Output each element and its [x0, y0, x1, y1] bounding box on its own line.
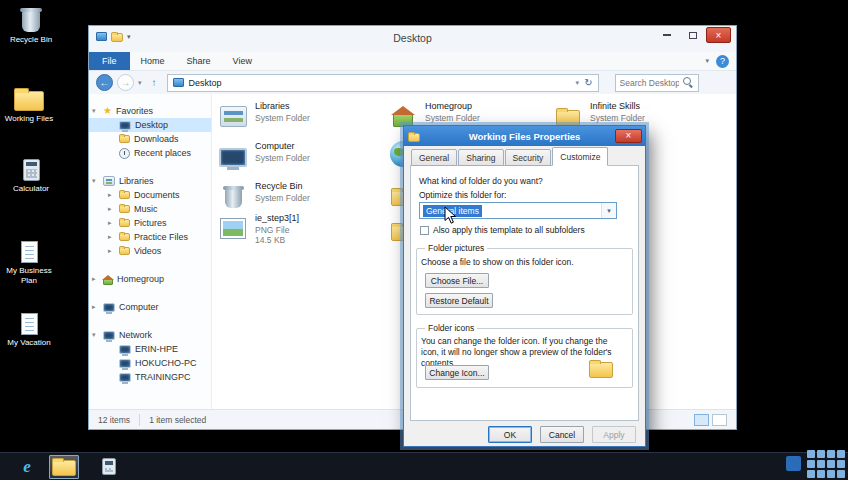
sidebar-item-computer[interactable]: ▸Computer	[89, 300, 211, 314]
refresh-icon[interactable]: ↻	[584, 77, 592, 88]
sidebar-item-network[interactable]: ▾Network	[89, 328, 211, 342]
chevron-right-icon[interactable]: ▸	[92, 275, 96, 283]
desktop-icon-calculator[interactable]: Calculator	[4, 154, 58, 194]
checkbox[interactable]	[420, 226, 429, 235]
chevron-down-icon[interactable]: ▾	[92, 107, 96, 115]
tab-sharing[interactable]: Sharing	[458, 149, 503, 166]
sidebar-item-downloads[interactable]: Downloads	[89, 132, 211, 146]
minimize-button[interactable]	[654, 27, 679, 43]
taskbar-internet-explorer-button[interactable]: e	[12, 455, 42, 479]
chevron-right-icon[interactable]: ▸	[108, 191, 112, 199]
ribbon-collapse-icon[interactable]: ▾	[705, 57, 709, 65]
thumbnail-view-button[interactable]	[712, 414, 727, 426]
restore-default-button[interactable]: Restore Default	[425, 293, 493, 308]
document-icon	[21, 313, 38, 335]
grid-overlay-icon	[807, 450, 845, 478]
maximize-button[interactable]	[680, 27, 705, 43]
star-icon: ★	[103, 106, 112, 116]
details-view-button[interactable]	[694, 414, 709, 426]
navigation-pane: ▾★Favorites Desktop Downloads Recent pla…	[89, 94, 211, 409]
taskbar-file-explorer-button[interactable]	[49, 455, 79, 479]
desktop-icon-my-business-plan[interactable]: My Business Plan	[2, 236, 56, 285]
help-icon[interactable]: ?	[716, 55, 729, 68]
desktop-icon-label: Working Files	[5, 114, 53, 124]
tab-share[interactable]: Share	[176, 52, 222, 70]
network-icon	[103, 331, 115, 340]
search-box[interactable]	[615, 74, 699, 92]
breadcrumb[interactable]: Desktop ▾ ↻	[167, 74, 599, 92]
back-button[interactable]: ←	[96, 74, 113, 91]
sidebar-item-recent-places[interactable]: Recent places	[89, 146, 211, 160]
chevron-right-icon[interactable]: ▸	[108, 219, 112, 227]
folder-icon	[119, 135, 130, 143]
document-icon	[21, 241, 38, 263]
sidebar-item-videos[interactable]: ▸Videos	[89, 244, 211, 258]
computer-icon	[119, 373, 131, 382]
dialog-close-button[interactable]: ×	[615, 129, 642, 143]
sidebar-item-hokucho-pc[interactable]: HOKUCHO-PC	[89, 356, 211, 370]
calculator-icon	[102, 458, 116, 475]
ok-button[interactable]: OK	[488, 426, 532, 443]
sidebar-item-libraries[interactable]: ▾Libraries	[89, 174, 211, 188]
folder-pictures-text: Choose a file to show on this folder ico…	[421, 257, 574, 268]
file-item-ie-step3[interactable]: ie_step3[1]PNG File14.5 KB	[217, 213, 379, 246]
customize-tab-page: What kind of folder do you want? Optimiz…	[410, 165, 639, 421]
tab-home[interactable]: Home	[130, 52, 176, 70]
sidebar-item-desktop[interactable]: Desktop	[89, 118, 211, 132]
sidebar-item-music[interactable]: ▸Music	[89, 202, 211, 216]
choose-file-button[interactable]: Choose File...	[425, 273, 489, 288]
desktop-icon-my-vacation[interactable]: My Vacation	[2, 308, 56, 348]
mouse-cursor	[444, 206, 457, 225]
taskbar-calculator-button[interactable]	[94, 455, 124, 479]
file-item-recycle-bin[interactable]: Recycle BinSystem Folder	[217, 181, 379, 211]
desktop-icon-recycle-bin[interactable]: Recycle Bin	[4, 5, 58, 45]
up-button[interactable]: ↑	[146, 75, 163, 91]
sidebar-item-documents[interactable]: ▸Documents	[89, 188, 211, 202]
apply-button[interactable]: Apply	[592, 426, 636, 443]
tab-security[interactable]: Security	[505, 149, 552, 166]
dialog-title-bar[interactable]: Working Files Properties	[404, 126, 645, 146]
tab-general[interactable]: General	[411, 149, 457, 166]
tab-view[interactable]: View	[222, 52, 263, 70]
chevron-down-icon[interactable]: ▾	[92, 331, 96, 339]
sidebar-item-trainingpc[interactable]: TRAININGPC	[89, 370, 211, 384]
desktop-icon-working-files[interactable]: Working Files	[2, 84, 56, 124]
desktop-icon-label: Calculator	[13, 184, 49, 194]
title-bar[interactable]: ▾ Desktop ×	[89, 26, 736, 52]
tab-customize[interactable]: Customize	[552, 147, 608, 166]
breadcrumb-location[interactable]: Desktop	[189, 78, 222, 88]
sidebar-item-favorites[interactable]: ▾★Favorites	[89, 104, 211, 118]
file-item-libraries[interactable]: LibrariesSystem Folder	[217, 101, 379, 131]
breadcrumb-chevron-icon[interactable]: ▾	[576, 79, 580, 87]
folder-icon	[119, 205, 130, 213]
search-input[interactable]	[616, 78, 683, 88]
recycle-bin-icon	[22, 11, 40, 32]
tab-file[interactable]: File	[89, 52, 130, 70]
folder-icon	[14, 91, 44, 111]
sidebar-item-pictures[interactable]: ▸Pictures	[89, 216, 211, 230]
chevron-right-icon[interactable]: ▸	[108, 205, 112, 213]
folder-icon	[119, 233, 130, 241]
computer-icon	[119, 359, 131, 368]
close-button[interactable]: ×	[706, 27, 731, 43]
chevron-right-icon[interactable]: ▸	[108, 247, 112, 255]
dropdown-arrow-icon[interactable]: ▾	[601, 203, 616, 218]
calculator-icon	[23, 159, 40, 181]
cancel-button[interactable]: Cancel	[540, 426, 584, 443]
homegroup-icon	[103, 279, 113, 285]
dialog-title: Working Files Properties	[404, 131, 645, 142]
history-chevron-icon[interactable]: ▾	[138, 79, 142, 87]
chevron-down-icon[interactable]: ▾	[92, 177, 96, 185]
file-item-computer[interactable]: ComputerSystem Folder	[217, 141, 379, 171]
optimize-heading: What kind of folder do you want?	[419, 176, 543, 187]
sidebar-item-homegroup[interactable]: ▸Homegroup	[89, 272, 211, 286]
apply-template-checkbox-row[interactable]: Also apply this template to all subfolde…	[420, 225, 585, 235]
sidebar-item-erin-hpe[interactable]: ERIN-HPE	[89, 342, 211, 356]
chevron-right-icon[interactable]: ▸	[92, 303, 96, 311]
chevron-right-icon[interactable]: ▸	[108, 233, 112, 241]
optimize-label: Optimize this folder for:	[419, 190, 506, 201]
change-icon-button[interactable]: Change Icon...	[425, 365, 489, 380]
search-icon[interactable]	[683, 77, 694, 88]
forward-button[interactable]: →	[117, 74, 134, 91]
sidebar-item-practice-files[interactable]: ▸Practice Files	[89, 230, 211, 244]
